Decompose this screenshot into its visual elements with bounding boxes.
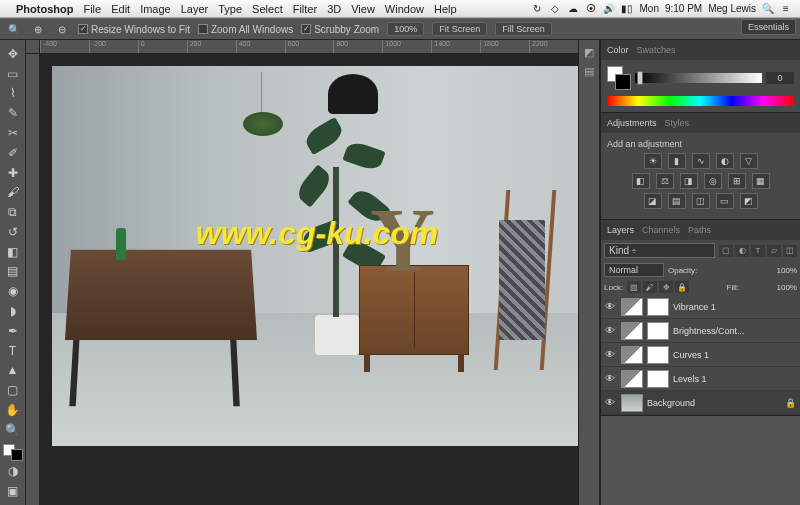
styles-tab[interactable]: Styles — [665, 118, 690, 128]
shape-tool[interactable]: ▢ — [2, 380, 24, 400]
layer-filter-kind[interactable]: Kind ÷ — [604, 243, 715, 258]
fill-screen-button[interactable]: Fill Screen — [495, 22, 552, 36]
menu-window[interactable]: Window — [385, 3, 424, 15]
color-swatch[interactable] — [3, 444, 23, 462]
horizontal-ruler[interactable]: -400-20002004006008001000140018002200 — [40, 40, 578, 54]
selectivecolor-adj-icon[interactable]: ◩ — [740, 193, 758, 209]
volume-icon[interactable]: 🔊 — [603, 3, 615, 15]
vertical-ruler[interactable] — [26, 54, 40, 505]
lock-position-icon[interactable]: ✥ — [659, 281, 673, 293]
lock-all-icon[interactable]: 🔒 — [675, 281, 689, 293]
color-fgbg-swatch[interactable] — [607, 66, 631, 90]
crop-tool[interactable]: ✂ — [2, 123, 24, 143]
menu-filter[interactable]: Filter — [293, 3, 317, 15]
dropbox-icon[interactable]: ◇ — [549, 3, 561, 15]
layer-thumb[interactable] — [621, 346, 643, 364]
posterize-adj-icon[interactable]: ▤ — [668, 193, 686, 209]
zoom-tool[interactable]: 🔍 — [2, 420, 24, 440]
levels-adj-icon[interactable]: ▮ — [668, 153, 686, 169]
layer-thumb[interactable] — [621, 322, 643, 340]
history-brush-tool[interactable]: ↺ — [2, 222, 24, 242]
layer-mask-thumb[interactable] — [647, 346, 669, 364]
filter-type-icon[interactable]: T — [751, 245, 765, 257]
opacity-value[interactable]: 100% — [777, 266, 797, 275]
zoom-all-checkbox[interactable]: Zoom All Windows — [198, 24, 293, 35]
vibrance-adj-icon[interactable]: ▽ — [740, 153, 758, 169]
healing-brush-tool[interactable]: ✚ — [2, 163, 24, 183]
menu-help[interactable]: Help — [434, 3, 457, 15]
menu-view[interactable]: View — [351, 3, 375, 15]
lock-transparent-icon[interactable]: ▨ — [627, 281, 641, 293]
threshold-adj-icon[interactable]: ◫ — [692, 193, 710, 209]
blur-tool[interactable]: ◉ — [2, 281, 24, 301]
color-value[interactable]: 0 — [766, 72, 794, 84]
layer-name[interactable]: Background — [647, 398, 781, 408]
color-slider[interactable] — [635, 73, 762, 83]
workspace-switcher[interactable]: Essentials — [741, 19, 796, 35]
filter-pixel-icon[interactable]: ▢ — [719, 245, 733, 257]
resize-windows-checkbox[interactable]: Resize Windows to Fit — [78, 24, 190, 35]
layer-row[interactable]: 👁Levels 1 — [601, 367, 800, 391]
zoom-100-button[interactable]: 100% — [387, 22, 424, 36]
clock-day[interactable]: Mon — [639, 3, 658, 14]
layer-name[interactable]: Vibrance 1 — [673, 302, 796, 312]
zoom-tool-icon[interactable]: 🔍 — [6, 21, 22, 37]
visibility-toggle-icon[interactable]: 👁 — [605, 325, 617, 336]
spotlight-icon[interactable]: 🔍 — [762, 3, 774, 15]
quick-select-tool[interactable]: ✎ — [2, 103, 24, 123]
hue-ramp[interactable] — [607, 96, 794, 106]
menu-layer[interactable]: Layer — [181, 3, 209, 15]
layer-thumb[interactable] — [621, 298, 643, 316]
layer-name[interactable]: Brightness/Cont... — [673, 326, 796, 336]
gradientmap-adj-icon[interactable]: ▭ — [716, 193, 734, 209]
zoom-out-icon[interactable]: ⊖ — [54, 21, 70, 37]
menu-image[interactable]: Image — [140, 3, 171, 15]
layer-name[interactable]: Levels 1 — [673, 374, 796, 384]
notifications-icon[interactable]: ≡ — [780, 3, 792, 15]
eraser-tool[interactable]: ◧ — [2, 242, 24, 262]
type-tool[interactable]: T — [2, 341, 24, 361]
document-image[interactable]: Y www.cg-ku.com — [52, 66, 578, 446]
layer-name[interactable]: Curves 1 — [673, 350, 796, 360]
brush-tool[interactable]: 🖌 — [2, 182, 24, 202]
menu-app[interactable]: Photoshop — [16, 3, 73, 15]
layer-mask-thumb[interactable] — [647, 370, 669, 388]
quick-mask-tool[interactable]: ◑ — [2, 461, 24, 481]
layers-tab[interactable]: Layers — [607, 225, 634, 235]
filter-smart-icon[interactable]: ◫ — [783, 245, 797, 257]
clone-stamp-tool[interactable]: ⧉ — [2, 202, 24, 222]
move-tool[interactable]: ✥ — [2, 44, 24, 64]
history-panel-icon[interactable]: ◩ — [584, 46, 594, 59]
eyedropper-tool[interactable]: ✐ — [2, 143, 24, 163]
hue-adj-icon[interactable]: ◧ — [632, 173, 650, 189]
color-tab[interactable]: Color — [607, 45, 629, 55]
layer-thumb[interactable] — [621, 394, 643, 412]
dodge-tool[interactable]: ◗ — [2, 301, 24, 321]
marquee-tool[interactable]: ▭ — [2, 64, 24, 84]
filter-adj-icon[interactable]: ◐ — [735, 245, 749, 257]
swatches-tab[interactable]: Swatches — [637, 45, 676, 55]
layer-mask-thumb[interactable] — [647, 298, 669, 316]
zoom-in-icon[interactable]: ⊕ — [30, 21, 46, 37]
cloud-icon[interactable]: ☁ — [567, 3, 579, 15]
menu-file[interactable]: File — [83, 3, 101, 15]
properties-panel-icon[interactable]: ▤ — [584, 65, 594, 78]
visibility-toggle-icon[interactable]: 👁 — [605, 373, 617, 384]
layer-mask-thumb[interactable] — [647, 322, 669, 340]
layer-row[interactable]: 👁Vibrance 1 — [601, 295, 800, 319]
colorlookup-adj-icon[interactable]: ▦ — [752, 173, 770, 189]
menu-3d[interactable]: 3D — [327, 3, 341, 15]
battery-icon[interactable]: ▮▯ — [621, 3, 633, 15]
exposure-adj-icon[interactable]: ◐ — [716, 153, 734, 169]
blend-mode-select[interactable]: Normal — [604, 263, 664, 277]
lasso-tool[interactable]: ⌇ — [2, 84, 24, 104]
path-select-tool[interactable]: ▲ — [2, 361, 24, 381]
channelmixer-adj-icon[interactable]: ⊞ — [728, 173, 746, 189]
user-name[interactable]: Meg Lewis — [708, 3, 756, 14]
sync-icon[interactable]: ↻ — [531, 3, 543, 15]
layer-row[interactable]: 👁Curves 1 — [601, 343, 800, 367]
scrubby-zoom-checkbox[interactable]: Scrubby Zoom — [301, 24, 379, 35]
colorbalance-adj-icon[interactable]: ⚖ — [656, 173, 674, 189]
clock-time[interactable]: 9:10 PM — [665, 3, 702, 14]
layer-row[interactable]: 👁Brightness/Cont... — [601, 319, 800, 343]
